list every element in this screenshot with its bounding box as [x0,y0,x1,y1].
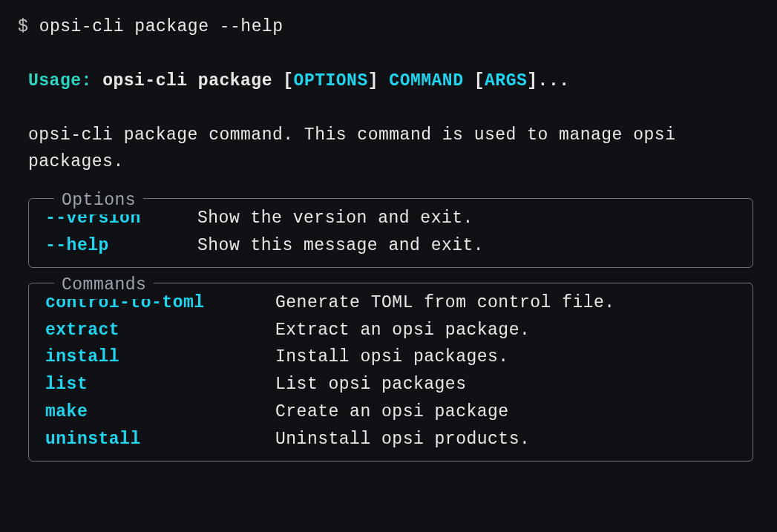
command-row: uninstall Uninstall opsi products. [29,426,753,453]
command-row: install Install opsi packages. [29,344,753,371]
options-panel-title: Options [54,187,143,214]
option-desc: Show the version and exit. [197,205,473,232]
usage-options: OPTIONS [294,71,368,91]
prompt-symbol: $ [18,17,28,36]
command-desc: List opsi packages [275,371,466,398]
option-desc: Show this message and exit. [197,232,484,260]
command-desc: Extract an opsi package. [275,317,530,344]
command-desc: Install opsi packages. [275,344,509,371]
usage-bracket: [ [272,71,294,91]
command-name: extract [45,317,275,344]
command-desc: Generate TOML from control file. [275,289,615,317]
prompt-command: opsi-cli package --help [39,17,283,36]
command-name: list [45,371,275,398]
command-row: list List opsi packages [29,371,753,398]
usage-program: opsi-cli package [102,71,272,91]
option-name: --help [45,232,197,260]
command-name: install [45,344,275,371]
usage-bracket: ] [368,71,390,91]
options-panel: Options --version Show the version and e… [28,198,753,268]
usage-label: Usage: [28,71,92,91]
command-name: uninstall [45,426,275,453]
commands-panel: Commands control-to-toml Generate TOML f… [28,283,753,462]
commands-panel-title: Commands [54,272,154,299]
command-desc: Create an opsi package [275,398,509,426]
option-row: --help Show this message and exit. [29,232,753,260]
command-desc: Uninstall opsi products. [275,426,530,453]
usage-bracket: [ [463,71,485,91]
command-row: make Create an opsi package [29,398,753,426]
command-row: extract Extract an opsi package. [29,317,753,344]
command-name: make [45,398,275,426]
shell-prompt-line: $ opsi-cli package --help [18,13,759,41]
usage-command: COMMAND [389,71,463,91]
usage-bracket: ]... [527,71,569,91]
command-description: opsi-cli package command. This command i… [18,122,759,177]
usage-args: ARGS [485,71,527,91]
usage-line: Usage: opsi-cli package [OPTIONS] COMMAN… [18,68,759,95]
